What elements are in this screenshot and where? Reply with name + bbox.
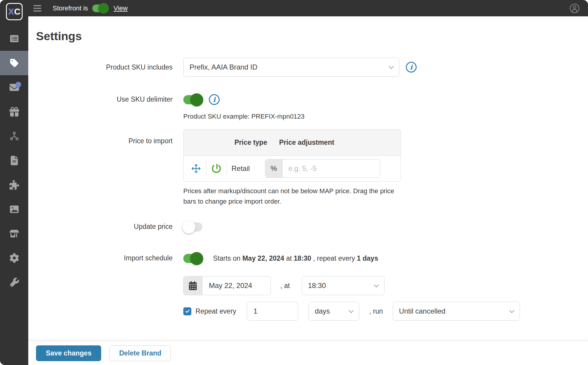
sku-delimiter-toggle[interactable]: [183, 95, 202, 104]
hamburger-menu-icon[interactable]: [33, 5, 41, 12]
sidebar-item-settings[interactable]: [0, 246, 28, 270]
product-sku-value: Prefix, AAIA Brand ID: [190, 63, 257, 71]
summary-date: May 22, 2024: [242, 254, 284, 262]
wrench-icon: [10, 278, 19, 287]
summary-repeat: , repeat every: [313, 254, 355, 262]
at-label: , at: [280, 282, 290, 290]
power-toggle-icon[interactable]: [212, 164, 221, 173]
notification-badge: [15, 82, 21, 87]
logo-letter-c: C: [14, 7, 21, 17]
gift-icon: [10, 107, 19, 117]
import-schedule-row: Import schedule Starts on May 22, 2024 a…: [36, 252, 588, 321]
update-price-row: Update price: [36, 220, 588, 233]
check-icon: [185, 309, 190, 314]
product-sku-info-icon[interactable]: i: [406, 62, 417, 73]
calendar-button[interactable]: [184, 276, 202, 295]
sku-example-text: Product SKU example: PREFIX-mpn0123: [183, 113, 304, 120]
sidebar-item-media[interactable]: [0, 197, 28, 221]
sku-delimiter-row: Use SKU delimiter i Product SKU example:…: [36, 93, 588, 120]
xc-logo[interactable]: XC: [6, 3, 23, 20]
sidebar-nav: [0, 16, 28, 365]
repeat-every-label: Repeat every: [196, 307, 236, 315]
summary-time: 18:30: [294, 254, 311, 262]
date-input-group: [183, 276, 271, 295]
import-schedule-toggle[interactable]: [183, 254, 202, 263]
price-import-row: Price to import Price type Price adjustm…: [36, 129, 588, 207]
storefront-toggle[interactable]: [92, 4, 108, 12]
run-label: , run: [369, 307, 383, 315]
percent-addon: %: [265, 160, 282, 177]
import-schedule-label: Import schedule: [36, 252, 173, 262]
price-type-value: Retail: [232, 164, 265, 173]
sidebar-item-addons[interactable]: [0, 173, 28, 197]
footer-bar: Save changes Delete Brand: [28, 341, 588, 365]
price-note-text: Prices after markup/discount can not be …: [183, 186, 395, 207]
settings-form: Product SKU includes Prefix, AAIA Brand …: [36, 58, 588, 321]
repeat-unit-value: days: [315, 307, 330, 315]
schedule-datetime-line: , at 18:30: [183, 276, 520, 295]
start-time-value: 18:30: [308, 281, 326, 290]
price-table-header: Price type Price adjustment: [184, 130, 401, 156]
sidebar-item-storefront[interactable]: [0, 221, 28, 246]
toggle-knob: [190, 252, 203, 265]
price-adjustment-header: Price adjustment: [279, 139, 334, 147]
sku-delimiter-info-icon[interactable]: i: [209, 94, 220, 105]
schedule-summary: Starts on May 22, 2024 at 18:30 , repeat…: [213, 254, 378, 262]
summary-starts-on: Starts on: [213, 254, 240, 262]
run-until-value: Until cancelled: [399, 307, 445, 315]
start-time-select[interactable]: 18:30: [302, 276, 384, 295]
price-table-row: Retail %: [184, 156, 401, 181]
summary-at: at: [286, 254, 292, 262]
sidebar-item-integrations[interactable]: [0, 124, 28, 148]
update-price-toggle[interactable]: [183, 222, 202, 232]
repeat-checkbox[interactable]: [183, 307, 191, 315]
tag-icon: [10, 58, 19, 68]
repeat-interval-input[interactable]: [247, 302, 298, 321]
page-title: Settings: [36, 30, 588, 43]
schedule-repeat-line: Repeat every days , run Until cancelled: [183, 302, 520, 321]
price-type-header: Price type: [234, 139, 279, 147]
image-icon: [10, 204, 19, 214]
main-content: Settings Product SKU includes Prefix, AA…: [28, 16, 588, 341]
storefront-status-label: Storefront is: [53, 4, 88, 12]
save-changes-button[interactable]: Save changes: [36, 345, 101, 361]
file-icon: [10, 156, 19, 165]
view-storefront-link[interactable]: View: [114, 4, 128, 12]
run-until-select[interactable]: Until cancelled: [393, 302, 520, 321]
price-import-label: Price to import: [36, 129, 173, 145]
toggle-knob: [98, 3, 109, 14]
drag-move-icon[interactable]: [191, 163, 201, 174]
nodes-icon: [10, 131, 19, 141]
start-date-input[interactable]: [202, 276, 270, 295]
store-icon: [10, 229, 19, 238]
logo-letter-x: X: [8, 7, 14, 17]
delete-brand-button[interactable]: Delete Brand: [110, 345, 171, 361]
update-price-label: Update price: [36, 220, 173, 231]
sidebar-item-messages[interactable]: [0, 75, 28, 100]
gear-icon: [10, 253, 19, 263]
summary-interval: 1 days: [357, 254, 378, 262]
toggle-knob: [182, 221, 196, 234]
product-sku-label: Product SKU includes: [36, 63, 173, 71]
product-sku-row: Product SKU includes Prefix, AAIA Brand …: [36, 58, 588, 77]
price-table: Price type Price adjustment: [183, 129, 401, 182]
calendar-icon: [188, 281, 197, 290]
sidebar-item-tags[interactable]: [0, 51, 28, 75]
sidebar-item-promotions[interactable]: [0, 100, 28, 124]
sidebar-item-list[interactable]: [0, 26, 28, 51]
repeat-unit-select[interactable]: days: [309, 302, 359, 321]
sidebar-item-pages[interactable]: [0, 148, 28, 173]
sidebar-item-tools[interactable]: [0, 270, 28, 295]
price-adjustment-group: %: [265, 159, 380, 178]
app-window: XC Storefront is View: [0, 0, 588, 365]
toggle-knob: [190, 93, 203, 106]
table-list-icon: [10, 34, 19, 43]
sku-delimiter-label: Use SKU delimiter: [36, 93, 173, 103]
top-bar: XC Storefront is View: [0, 0, 588, 16]
price-adjustment-input[interactable]: [282, 160, 380, 177]
account-icon[interactable]: [570, 3, 580, 13]
puzzle-icon: [10, 180, 19, 190]
product-sku-select[interactable]: Prefix, AAIA Brand ID: [183, 58, 399, 77]
